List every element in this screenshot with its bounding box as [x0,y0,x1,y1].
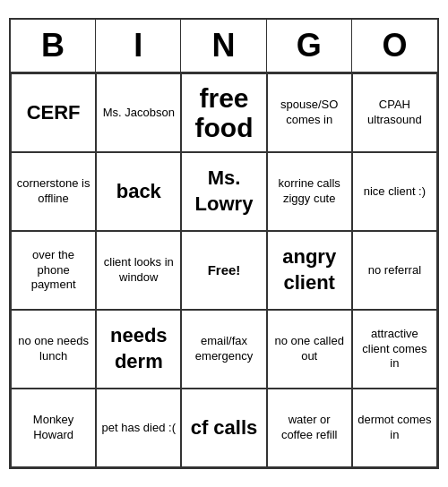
bingo-cell-18[interactable]: no one called out [267,310,352,389]
bingo-cell-19[interactable]: attractive client comes in [352,310,437,389]
bingo-cell-7[interactable]: Ms. Lowry [181,152,266,231]
bingo-grid: CERFMs. Jacobsonfree foodspouse/SO comes… [11,73,437,467]
bingo-cell-1[interactable]: Ms. Jacobson [96,73,181,152]
header-letter: O [352,20,437,72]
bingo-cell-3[interactable]: spouse/SO comes in [267,73,352,152]
bingo-cell-9[interactable]: nice client :) [352,152,437,231]
bingo-cell-8[interactable]: korrine calls ziggy cute [267,152,352,231]
bingo-cell-21[interactable]: pet has died :( [96,389,181,467]
header-letter: B [11,20,96,72]
bingo-cell-14[interactable]: no referral [352,231,437,310]
bingo-cell-13[interactable]: angry client [267,231,352,310]
bingo-cell-5[interactable]: cornerstone is offline [11,152,96,231]
bingo-cell-20[interactable]: Monkey Howard [11,389,96,467]
header-letter: G [267,20,352,72]
bingo-card: BINGO CERFMs. Jacobsonfree foodspouse/SO… [9,18,439,469]
bingo-cell-0[interactable]: CERF [11,73,96,152]
bingo-cell-2[interactable]: free food [181,73,266,152]
bingo-cell-11[interactable]: client looks in window [96,231,181,310]
bingo-cell-17[interactable]: email/fax emergency [181,310,266,389]
bingo-cell-4[interactable]: CPAH ultrasound [352,73,437,152]
header-letter: N [181,20,266,72]
bingo-cell-12[interactable]: Free! [181,231,266,310]
header-letter: I [96,20,181,72]
bingo-cell-10[interactable]: over the phone payment [11,231,96,310]
bingo-cell-24[interactable]: dermot comes in [352,389,437,467]
bingo-cell-23[interactable]: water or coffee refill [267,389,352,467]
bingo-cell-16[interactable]: needs derm [96,310,181,389]
bingo-cell-6[interactable]: back [96,152,181,231]
bingo-header: BINGO [11,20,437,73]
bingo-cell-15[interactable]: no one needs lunch [11,310,96,389]
bingo-cell-22[interactable]: cf calls [181,389,266,467]
